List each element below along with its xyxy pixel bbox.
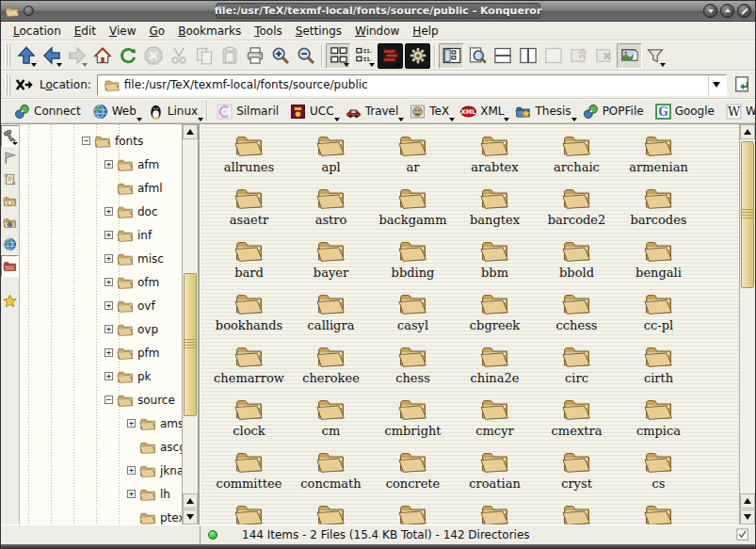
- folder-item-ar[interactable]: ar: [372, 128, 454, 181]
- folder-item-partial[interactable]: [618, 497, 700, 525]
- close-button[interactable]: [737, 4, 751, 18]
- tree-expander[interactable]: −: [105, 396, 113, 404]
- menu-item-tools[interactable]: Tools: [248, 23, 289, 40]
- menu-item-view[interactable]: View: [103, 23, 142, 40]
- tree-expander[interactable]: +: [127, 490, 136, 498]
- tree-expander[interactable]: +: [105, 372, 113, 380]
- view-scrollbar[interactable]: [739, 124, 755, 525]
- folder-item-cs[interactable]: cs: [618, 444, 700, 497]
- scroll-up-button[interactable]: [183, 124, 198, 139]
- tree-item-ovp[interactable]: +ovp: [20, 317, 182, 341]
- tree-item-ofm[interactable]: +ofm: [20, 270, 182, 294]
- folder-item-bbold[interactable]: bbold: [536, 234, 618, 286]
- folder-item-armenian[interactable]: armenian: [618, 128, 700, 181]
- folder-item-cmbright[interactable]: cmbright: [372, 392, 454, 444]
- tree-item-pk[interactable]: +pk: [20, 364, 182, 388]
- menu-item-location[interactable]: Location: [7, 23, 68, 40]
- sidebar-button-network[interactable]: [1, 234, 19, 255]
- bookmark-web[interactable]: Web: [87, 102, 142, 121]
- bookmark-popfile[interactable]: POPFile: [577, 102, 650, 121]
- bookmark-google[interactable]: GGoogle: [650, 102, 720, 121]
- bookmark-xml[interactable]: XMLXML: [455, 102, 509, 121]
- toolbar-sidebar-button[interactable]: [439, 43, 464, 69]
- tree-expander[interactable]: +: [127, 419, 136, 428]
- scroll-up-button[interactable]: [183, 493, 198, 509]
- toolbar-filter-button[interactable]: [642, 43, 668, 69]
- sidebar-button-root-directory[interactable]: [1, 255, 19, 277]
- tree-item-doc[interactable]: +doc: [20, 200, 182, 223]
- tree-item-lh[interactable]: +lh: [20, 482, 182, 506]
- folder-item-partial[interactable]: [290, 497, 372, 525]
- bookmark-travel[interactable]: Travel: [340, 102, 405, 121]
- folder-item-partial[interactable]: [372, 497, 454, 525]
- tree-item-fonts[interactable]: −fonts: [20, 129, 182, 153]
- folder-item-calligra[interactable]: calligra: [290, 286, 372, 339]
- folder-item-bayer[interactable]: bayer: [290, 234, 372, 286]
- tree-scrollbar[interactable]: [182, 124, 198, 525]
- menu-item-go[interactable]: Go: [143, 23, 172, 40]
- tree-item-ams[interactable]: +ams: [20, 412, 182, 435]
- folder-item-apl[interactable]: apl: [290, 128, 372, 181]
- folder-item-bbm[interactable]: bbm: [454, 234, 536, 286]
- folder-item-barcodes[interactable]: barcodes: [618, 181, 700, 234]
- tree-item-pfm[interactable]: +pfm: [20, 341, 182, 364]
- tree-expander[interactable]: +: [105, 301, 113, 310]
- folder-item-bengali[interactable]: bengali: [618, 234, 700, 286]
- folder-item-chess[interactable]: chess: [372, 339, 454, 392]
- go-button[interactable]: [731, 73, 753, 96]
- tree-item-jknappen[interactable]: +jknappen: [20, 459, 182, 482]
- folder-item-barcode2[interactable]: barcode2: [536, 181, 618, 234]
- tree-expander[interactable]: +: [105, 278, 113, 286]
- tree-item-afm[interactable]: +afm: [20, 153, 182, 176]
- bookmark-silmaril[interactable]: Silmaril: [211, 102, 284, 121]
- toolbar-print-button[interactable]: [242, 43, 267, 69]
- toolbar-back-button[interactable]: [39, 43, 64, 69]
- toolbar-grip[interactable]: [6, 44, 10, 67]
- toolbar-reload-button[interactable]: [115, 43, 140, 69]
- bookmark-connect[interactable]: Connect: [8, 102, 87, 121]
- folder-item-arabtex[interactable]: arabtex: [454, 128, 536, 181]
- tree-item-ptex[interactable]: +ptex: [20, 506, 182, 525]
- tree-item-ovf[interactable]: +ovf: [20, 294, 182, 317]
- scrollbar-thumb[interactable]: [184, 273, 197, 416]
- toolbar-zoom-in-button[interactable]: [267, 43, 293, 69]
- tree-item-afml[interactable]: +afml: [20, 176, 182, 200]
- sidebar-button-bookmarks[interactable]: [1, 290, 19, 312]
- bookmark-thesis[interactable]: Thesis: [509, 102, 576, 121]
- scroll-down-button[interactable]: [183, 509, 198, 525]
- folder-item-concmath[interactable]: concmath: [290, 444, 372, 497]
- toolbar-gear-button[interactable]: [405, 43, 430, 69]
- scroll-up-button[interactable]: [740, 124, 755, 139]
- menu-item-help[interactable]: Help: [406, 23, 444, 40]
- clear-location-button[interactable]: [13, 73, 36, 96]
- scroll-up-button[interactable]: [740, 493, 755, 509]
- toolbar-find-button[interactable]: [464, 43, 490, 69]
- tree-expander[interactable]: +: [105, 325, 113, 333]
- menu-item-bookmarks[interactable]: Bookmarks: [171, 23, 248, 40]
- sidebar-button-configure[interactable]: [1, 125, 19, 147]
- tree-item-ascgrp[interactable]: +ascgrp: [20, 435, 182, 459]
- folder-item-cmpica[interactable]: cmpica: [618, 392, 700, 444]
- toolbar-list-view-button[interactable]: [351, 43, 377, 69]
- folder-item-cherokee[interactable]: cherokee: [290, 339, 372, 392]
- toolbar-split-v-button[interactable]: [515, 43, 540, 69]
- folder-item-asaetr[interactable]: asaetr: [208, 181, 290, 234]
- menu-item-settings[interactable]: Settings: [289, 23, 348, 40]
- folder-item-bookhands[interactable]: bookhands: [208, 286, 290, 339]
- tree-expander[interactable]: +: [105, 207, 113, 216]
- folder-item-china2e[interactable]: china2e: [454, 339, 536, 392]
- minimize-button[interactable]: [703, 4, 717, 18]
- tree-item-inf[interactable]: +inf: [20, 223, 182, 247]
- folder-item-bard[interactable]: bard: [208, 234, 290, 286]
- folder-item-partial[interactable]: [536, 497, 618, 525]
- sidebar-button-history[interactable]: [1, 169, 19, 190]
- folder-item-committee[interactable]: committee: [208, 444, 290, 497]
- tree-expander[interactable]: +: [105, 348, 113, 357]
- tree-expander[interactable]: −: [82, 137, 90, 145]
- folder-item-archaic[interactable]: archaic: [536, 128, 618, 181]
- folder-item-cmcyr[interactable]: cmcyr: [454, 392, 536, 444]
- folder-item-allrunes[interactable]: allrunes: [208, 128, 290, 181]
- toolbar-split-h-button[interactable]: [490, 43, 515, 69]
- folder-item-partial[interactable]: [208, 497, 290, 525]
- folder-item-cc-pl[interactable]: cc-pl: [618, 286, 700, 339]
